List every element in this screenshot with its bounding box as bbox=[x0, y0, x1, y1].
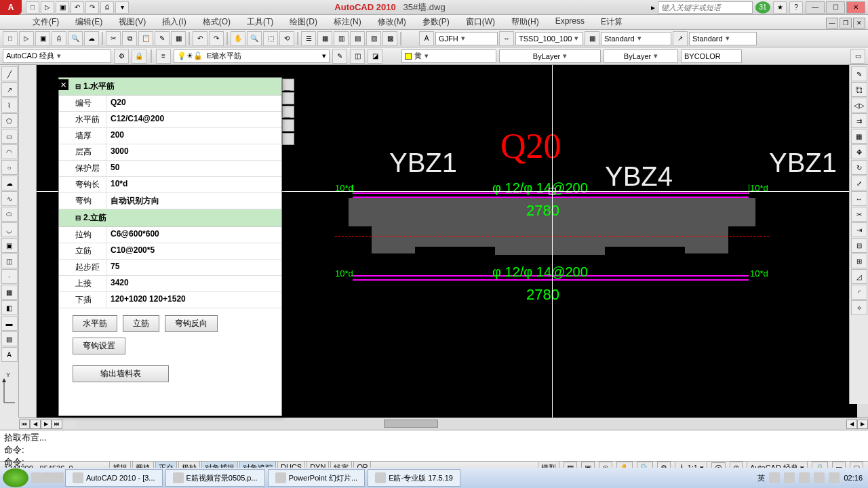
layer-props-icon[interactable]: ≡ bbox=[156, 49, 171, 64]
maximize-button[interactable]: ☐ bbox=[826, 1, 845, 14]
qat-open-icon[interactable]: ▷ bbox=[41, 1, 54, 14]
tab-next-icon[interactable]: ▶ bbox=[41, 420, 52, 429]
ellipsearc-icon[interactable]: ◡ bbox=[1, 222, 18, 237]
prop-row[interactable]: 弯钩自动识别方向 bbox=[59, 193, 281, 209]
xline-icon[interactable]: ↗ bbox=[1, 82, 18, 97]
ws-lock-icon[interactable]: 🔒 bbox=[132, 49, 146, 64]
star-icon[interactable]: ★ bbox=[773, 1, 787, 14]
menu-视图(V)[interactable]: 视图(V) bbox=[113, 15, 151, 29]
zoom-prev-icon[interactable]: ⟲ bbox=[279, 31, 294, 46]
props-icon[interactable]: ☰ bbox=[301, 31, 316, 46]
hatch-icon[interactable]: ▦ bbox=[1, 285, 18, 300]
prop-row[interactable]: 下插120+1020 120+1520 bbox=[59, 292, 281, 308]
markup-icon[interactable]: ▨ bbox=[366, 31, 381, 46]
task-item[interactable]: PowerPoint 幻灯片... bbox=[268, 469, 365, 487]
prop-row[interactable]: 弯钩长10*d bbox=[59, 177, 281, 193]
qcalc-icon[interactable]: ▩ bbox=[382, 31, 397, 46]
hook-reverse-button[interactable]: 弯钩反向 bbox=[165, 315, 218, 332]
prop-row[interactable]: 编号Q20 bbox=[59, 96, 281, 112]
insert-icon[interactable]: ▣ bbox=[1, 238, 18, 253]
prop-row[interactable]: 起步距75 bbox=[59, 260, 281, 276]
stretch-icon[interactable]: ↔ bbox=[851, 191, 867, 206]
side-tab[interactable]: 梁识别 bbox=[282, 92, 294, 104]
erase-icon[interactable]: ✎ bbox=[851, 66, 867, 81]
paste-icon[interactable]: 📋 bbox=[138, 31, 153, 46]
tab-first-icon[interactable]: ⏮ bbox=[19, 420, 30, 429]
pin1-icon[interactable] bbox=[31, 472, 42, 483]
join-icon[interactable]: ⊞ bbox=[851, 253, 867, 268]
color-combo[interactable]: 黄 bbox=[401, 49, 496, 63]
pan-icon[interactable]: ✋ bbox=[231, 31, 245, 46]
hscroll-left-icon[interactable]: ◀ bbox=[846, 420, 857, 429]
lineweight-combo[interactable]: ByLayer bbox=[604, 49, 678, 63]
ime-indicator[interactable]: 英 bbox=[757, 473, 765, 483]
menu-参数(P)[interactable]: 参数(P) bbox=[417, 15, 455, 29]
ribbon-toggle-icon[interactable]: ▭ bbox=[850, 49, 865, 64]
vrebar-button[interactable]: 立筋 bbox=[123, 315, 159, 332]
circle-icon[interactable]: ○ bbox=[1, 160, 18, 175]
section-horizontal-rebar[interactable]: ⊟1.水平筋 bbox=[59, 78, 281, 96]
app-logo[interactable]: A bbox=[0, 0, 22, 15]
prop-row[interactable]: 保护层50 bbox=[59, 161, 281, 177]
hscrollbar[interactable] bbox=[76, 420, 846, 429]
prop-value[interactable]: 3000 bbox=[106, 144, 281, 160]
zoom-rt-icon[interactable]: 🔍 bbox=[247, 31, 262, 46]
mleaderstyle-combo[interactable]: Standard bbox=[689, 32, 757, 45]
side-tab[interactable]: 基础筋 bbox=[282, 119, 294, 131]
clock[interactable]: 02:16 bbox=[844, 474, 863, 482]
menu-帮助(H)[interactable]: 帮助(H) bbox=[506, 15, 545, 29]
pin3-icon[interactable] bbox=[53, 472, 64, 483]
arc-icon[interactable]: ◠ bbox=[1, 144, 18, 159]
copy2-icon[interactable]: ⿻ bbox=[851, 82, 867, 97]
doc-close-button[interactable]: ✕ bbox=[853, 18, 865, 28]
hrebar-button[interactable]: 水平筋 bbox=[73, 315, 117, 332]
tablestyle-combo[interactable]: Standard bbox=[601, 32, 671, 45]
minimize-button[interactable]: — bbox=[806, 1, 825, 14]
layer-tool3-icon[interactable]: ◪ bbox=[368, 49, 382, 64]
save-icon[interactable]: ▣ bbox=[35, 31, 50, 46]
zoom-win-icon[interactable]: ⬚ bbox=[263, 31, 278, 46]
scale-icon[interactable]: ⤢ bbox=[851, 176, 867, 190]
plot-icon[interactable]: ⎙ bbox=[52, 31, 66, 46]
task-item[interactable]: E筋视频背景0505.p... bbox=[165, 469, 265, 487]
prop-row[interactable]: 层高3000 bbox=[59, 144, 281, 161]
table-icon[interactable]: ▤ bbox=[1, 331, 18, 346]
spline-icon[interactable]: ∿ bbox=[1, 191, 18, 206]
prop-value[interactable]: 自动识别方向 bbox=[106, 193, 281, 209]
pline-icon[interactable]: ⌇ bbox=[1, 98, 18, 113]
doc-restore-button[interactable]: ❐ bbox=[840, 18, 852, 28]
publish-icon[interactable]: ☁ bbox=[84, 31, 99, 46]
menu-窗口(W)[interactable]: 窗口(W) bbox=[460, 15, 500, 29]
prop-value[interactable]: C10@200*5 bbox=[106, 243, 281, 259]
workspace-combo[interactable]: AutoCAD 经典 bbox=[3, 49, 111, 63]
break-icon[interactable]: ⊟ bbox=[851, 238, 867, 253]
doc-minimize-button[interactable]: — bbox=[826, 18, 838, 28]
side-tab[interactable]: 钢筋工具 bbox=[282, 79, 294, 91]
offset-icon[interactable]: ⇉ bbox=[851, 113, 867, 128]
menu-绘图(D)[interactable]: 绘图(D) bbox=[284, 15, 323, 29]
move-icon[interactable]: ✥ bbox=[851, 144, 867, 159]
line-icon[interactable]: ╱ bbox=[1, 66, 18, 81]
chamfer-icon[interactable]: ◿ bbox=[851, 269, 867, 284]
trim-icon[interactable]: ✂ bbox=[851, 207, 867, 222]
redo-icon[interactable]: ↷ bbox=[209, 31, 224, 46]
prop-row[interactable]: 水平筋C12/C14@200 bbox=[59, 112, 281, 128]
layer-combo[interactable]: 💡 ☀ 🔓 E墙水平筋 ▾ bbox=[174, 49, 330, 63]
tray-icon2[interactable] bbox=[784, 472, 795, 483]
undo-icon[interactable]: ↶ bbox=[193, 31, 208, 46]
prop-row[interactable]: 拉钩C6@600*600 bbox=[59, 227, 281, 243]
qat-undo-icon[interactable]: ↶ bbox=[71, 1, 84, 14]
copy-icon[interactable]: ⧉ bbox=[122, 31, 137, 46]
textstyle-icon[interactable]: A bbox=[419, 31, 434, 46]
prop-row[interactable]: 上接3420 bbox=[59, 276, 281, 292]
ws-settings-icon[interactable]: ⚙ bbox=[114, 49, 129, 64]
menu-E计算[interactable]: E计算 bbox=[595, 15, 628, 29]
tab-prev-icon[interactable]: ◀ bbox=[30, 420, 41, 429]
command-window[interactable]: 拾取布置... 命令: 命令: bbox=[0, 430, 868, 461]
prop-value[interactable]: 3420 bbox=[106, 276, 281, 291]
prop-value[interactable]: 50 bbox=[106, 161, 281, 176]
side-tab[interactable]: 修改 bbox=[282, 133, 294, 145]
infocenter-search[interactable] bbox=[658, 1, 753, 14]
pin2-icon[interactable] bbox=[42, 472, 53, 483]
side-tab[interactable]: 平板筋 bbox=[282, 106, 294, 118]
